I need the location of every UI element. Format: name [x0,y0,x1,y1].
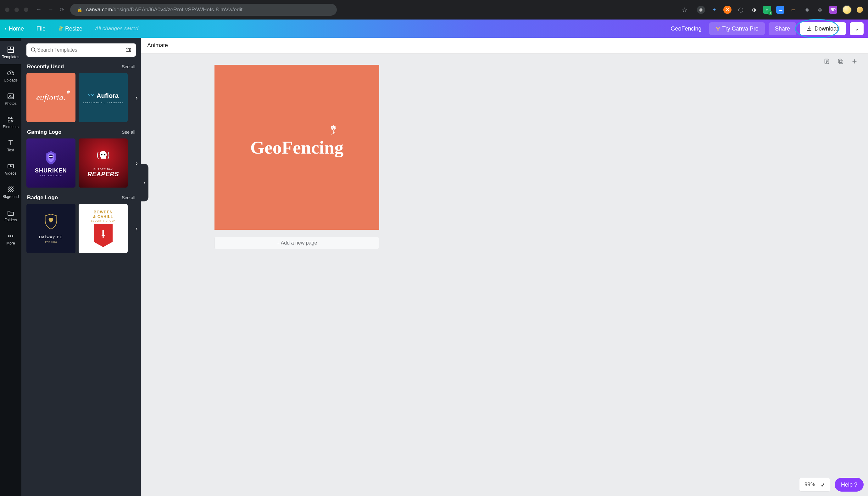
crown-icon: ♛ [716,25,721,32]
app-top-bar: ‹ Home File ♛Resize All changes saved Ge… [0,19,868,38]
section-title: Recently Used [27,64,64,70]
extension-icon[interactable]: ✦ [710,6,718,14]
extension-icon[interactable]: ◉ [697,6,705,14]
download-label: Download [815,26,840,32]
extension-icon[interactable]: ◎ [816,6,824,14]
section-title: Gaming Logo [27,129,62,135]
try-canva-pro-button[interactable]: ♛Try Canva Pro [709,22,765,35]
see-all-link[interactable]: See all [122,64,135,69]
collapse-panel-tab[interactable]: ‹ [141,164,148,201]
download-more-button[interactable]: ⌄ [850,22,864,35]
search-icon [30,47,37,53]
nav-label: Photos [5,101,16,106]
svg-rect-20 [102,236,103,238]
extension-icon[interactable] [857,6,863,13]
extension-icon[interactable]: ◯ [737,6,745,14]
nav-folders[interactable]: Folders [0,204,21,227]
svg-rect-6 [8,120,10,122]
back-icon[interactable]: ← [36,6,42,13]
see-all-link[interactable]: See all [122,195,135,200]
search-box[interactable] [27,43,136,57]
browser-nav-controls[interactable]: ← → ⟳ [36,6,64,13]
logo-group[interactable]: GeoFencing [250,137,343,158]
share-button[interactable]: Share [769,22,796,35]
design-page[interactable]: GeoFencing [214,65,379,230]
notes-icon[interactable] [823,58,830,65]
add-page-icon[interactable] [851,58,858,65]
flower-icon [328,124,339,138]
template-thumb[interactable]: RUTGER BAY REAPERS [79,138,128,188]
extension-icon[interactable]: RP [829,6,837,14]
svg-rect-3 [8,94,14,99]
home-button[interactable]: ‹ Home [4,26,24,32]
add-page-button[interactable]: + Add a new page [214,237,379,249]
zoom-value[interactable]: 99% [804,482,815,488]
scroll-right-icon[interactable]: › [135,94,138,101]
left-tool-rail: Templates Uploads Photos Elements Text V… [0,38,21,496]
profile-avatar-icon[interactable] [842,5,852,14]
nav-videos[interactable]: Videos [0,157,21,181]
home-label: Home [9,26,24,32]
svg-point-18 [104,154,106,155]
help-button[interactable]: Help ? [835,478,864,492]
scroll-right-icon[interactable]: › [135,159,138,167]
chevron-left-icon: ‹ [4,26,6,32]
text-icon [7,139,14,147]
zoom-control[interactable]: 99% ⤢ [799,478,830,492]
file-menu[interactable]: File [36,26,46,32]
animate-button[interactable]: Animate [147,42,168,49]
nav-uploads[interactable]: Uploads [0,64,21,88]
thumb-label: eufloria.✽ [36,93,65,102]
template-thumb[interactable]: 〰 Auflora STREAM MUSIC ANYWHERE [79,73,128,122]
design-text[interactable]: GeoFencing [250,137,343,158]
template-thumb[interactable]: SHURIKEN PRO LEAGUE [27,138,76,188]
url-bar[interactable]: 🔒 canva.com/design/DAEAbJ6A0v4/zeRrof-vS… [70,4,337,16]
design-title[interactable]: GeoFencing [671,26,701,32]
background-icon [7,186,14,193]
resize-label: Resize [65,26,82,32]
svg-rect-0 [8,47,10,49]
nav-background[interactable]: Bkground [0,181,21,204]
nav-label: Bkground [2,195,19,199]
thumb-label: BOWDEN& CAHILL [93,210,113,219]
nav-text[interactable]: Text [0,134,21,157]
extension-icon[interactable]: ✕ [723,6,732,14]
template-thumb[interactable]: eufloria.✽ [27,73,76,122]
reload-icon[interactable]: ⟳ [60,6,64,13]
bookmark-star-icon[interactable]: ☆ [682,6,688,14]
nav-elements[interactable]: Elements [0,111,21,134]
template-thumb[interactable]: BOWDEN& CAHILL SECURITY GROUP [79,204,128,253]
svg-point-14 [127,51,129,52]
fullscreen-icon[interactable]: ⤢ [821,482,825,488]
canvas-stage[interactable]: Animate GeoFencing + Add a new page 99% … [141,38,868,496]
thumb-label: SHURIKEN [35,167,67,174]
nav-photos[interactable]: Photos [0,88,21,111]
template-thumb[interactable]: Dalway FC EST. 2020 [27,204,76,253]
duplicate-icon[interactable] [837,58,844,65]
thumb-label: Auflora [97,92,118,99]
thumb-sublabel: RUTGER BAY [93,168,113,171]
svg-point-12 [127,48,128,49]
download-button[interactable]: Download [800,22,846,35]
search-input[interactable] [37,47,125,53]
extension-icon[interactable]: ◉ [803,6,811,14]
window-traffic-lights [5,7,28,12]
svg-rect-2 [8,50,14,52]
filter-sliders-icon[interactable] [125,47,132,53]
resize-menu[interactable]: ♛Resize [58,25,82,32]
extension-icon[interactable]: ▭ [789,6,798,14]
context-toolbar: Animate [141,38,868,53]
extension-icon[interactable]: ◑ [750,6,758,14]
nav-label: Text [7,148,14,152]
section-recently-used: Recently Used See all eufloria.✽ 〰 Auflo… [27,64,136,122]
svg-point-5 [8,117,10,119]
extension-icon[interactable]: ☁ [776,6,784,14]
scroll-right-icon[interactable]: › [135,225,138,232]
extension-icon[interactable]: ⌂1 [763,6,771,14]
uploads-icon [7,69,14,77]
more-icon [7,232,14,240]
nav-templates[interactable]: Templates [0,41,21,64]
thumb-label: REAPERS [87,171,119,178]
nav-more[interactable]: More [0,227,21,250]
see-all-link[interactable]: See all [122,130,135,135]
